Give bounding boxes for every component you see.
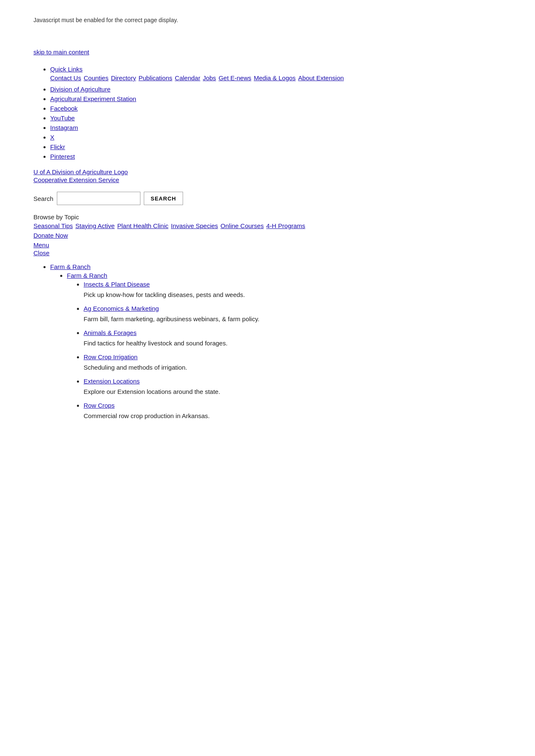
animals-forages-link[interactable]: Animals & Forages <box>84 329 137 336</box>
farm-ranch-sub-link[interactable]: Farm & Ranch <box>67 272 107 279</box>
online-courses-link[interactable]: Online Courses <box>221 222 264 229</box>
facebook-link[interactable]: Facebook <box>50 105 78 112</box>
media-logos-link[interactable]: Media & Logos <box>254 74 296 81</box>
main-nav-list: Farm & Ranch Farm & Ranch Insects & Plan… <box>33 263 502 419</box>
ag-economics-link[interactable]: Ag Economics & Marketing <box>84 305 159 312</box>
social-links-list: Division of Agriculture Agricultural Exp… <box>33 86 502 160</box>
contact-us-link[interactable]: Contact Us <box>50 74 81 81</box>
facebook-item: Facebook <box>50 105 502 112</box>
browse-topics: Seasonal Tips Staying Active Plant Healt… <box>33 222 502 229</box>
pinterest-item: Pinterest <box>50 153 502 160</box>
farm-ranch-sub2-list: Insects & Plant Disease Pick up know-how… <box>67 281 502 419</box>
search-input[interactable] <box>57 192 140 205</box>
insects-plant-disease-desc: Pick up know-how for tackling diseases, … <box>84 291 502 298</box>
row-crop-irrigation-desc: Scheduling and methods of irrigation. <box>84 364 502 371</box>
ag-economics-item: Ag Economics & Marketing Farm bill, farm… <box>84 305 502 322</box>
x-link[interactable]: X <box>50 134 54 141</box>
directory-link[interactable]: Directory <box>111 74 136 81</box>
quick-links-list: Quick Links Contact Us Counties Director… <box>33 66 502 81</box>
row-crops-desc: Commercial row crop production in Arkans… <box>84 412 502 419</box>
browse-section: Browse by Topic Seasonal Tips Staying Ac… <box>33 213 502 239</box>
youtube-link[interactable]: YouTube <box>50 114 75 122</box>
invasive-species-link[interactable]: Invasive Species <box>171 222 218 229</box>
insects-plant-disease-item: Insects & Plant Disease Pick up know-how… <box>84 281 502 298</box>
extension-locations-desc: Explore our Extension locations around t… <box>84 388 502 395</box>
row-crops-link[interactable]: Row Crops <box>84 402 115 409</box>
row-crop-irrigation-item: Row Crop Irrigation Scheduling and metho… <box>84 353 502 371</box>
jobs-link[interactable]: Jobs <box>203 74 216 81</box>
search-section: Search SEARCH <box>33 192 502 205</box>
counties-link[interactable]: Counties <box>84 74 108 81</box>
experiment-station-item: Agricultural Experiment Station <box>50 95 502 102</box>
x-item: X <box>50 134 502 141</box>
extension-locations-link[interactable]: Extension Locations <box>84 378 140 385</box>
farm-ranch-top-item: Farm & Ranch Farm & Ranch Insects & Plan… <box>50 263 502 419</box>
farm-ranch-sub-list: Farm & Ranch Insects & Plant Disease Pic… <box>50 272 502 419</box>
browse-label: Browse by Topic <box>33 213 502 221</box>
menu-link[interactable]: Menu <box>33 241 502 249</box>
plant-health-clinic-link[interactable]: Plant Health Clinic <box>117 222 168 229</box>
instagram-item: Instagram <box>50 124 502 131</box>
insects-plant-disease-link[interactable]: Insects & Plant Disease <box>84 281 150 288</box>
quick-links-item: Quick Links Contact Us Counties Director… <box>50 66 502 81</box>
row-crops-item: Row Crops Commercial row crop production… <box>84 402 502 419</box>
farm-ranch-sub-item: Farm & Ranch Insects & Plant Disease Pic… <box>67 272 502 419</box>
logo-line1-link[interactable]: U of A Division of Agriculture Logo <box>33 168 502 175</box>
seasonal-tips-link[interactable]: Seasonal Tips <box>33 222 73 229</box>
quick-links-section: Quick Links Contact Us Counties Director… <box>33 66 502 160</box>
extension-locations-item: Extension Locations Explore our Extensio… <box>84 378 502 395</box>
pinterest-link[interactable]: Pinterest <box>50 153 75 160</box>
menu-close-section: Menu Close <box>33 241 502 256</box>
calendar-link[interactable]: Calendar <box>175 74 200 81</box>
farm-ranch-top-link[interactable]: Farm & Ranch <box>50 263 91 270</box>
4h-programs-link[interactable]: 4-H Programs <box>266 222 305 229</box>
search-button[interactable]: SEARCH <box>144 192 183 205</box>
row-crop-irrigation-link[interactable]: Row Crop Irrigation <box>84 353 138 360</box>
publications-link[interactable]: Publications <box>138 74 172 81</box>
about-extension-link[interactable]: About Extension <box>298 74 344 81</box>
skip-to-main-link[interactable]: skip to main content <box>33 48 502 56</box>
division-item: Division of Agriculture <box>50 86 502 93</box>
donate-link[interactable]: Donate Now <box>33 232 502 239</box>
close-link[interactable]: Close <box>33 249 502 256</box>
ag-economics-desc: Farm bill, farm marketing, agribusiness … <box>84 315 502 322</box>
logo-line2-link[interactable]: Cooperative Extension Service <box>33 176 502 183</box>
animals-forages-item: Animals & Forages Find tactics for healt… <box>84 329 502 347</box>
logo-section: U of A Division of Agriculture Logo Coop… <box>33 168 502 183</box>
flickr-link[interactable]: Flickr <box>50 143 65 150</box>
search-label: Search <box>33 195 54 202</box>
youtube-item: YouTube <box>50 114 502 122</box>
staying-active-link[interactable]: Staying Active <box>75 222 115 229</box>
js-notice: Javascript must be enabled for the corre… <box>33 17 502 23</box>
division-link[interactable]: Division of Agriculture <box>50 86 110 93</box>
instagram-link[interactable]: Instagram <box>50 124 78 131</box>
flickr-item: Flickr <box>50 143 502 150</box>
experiment-station-link[interactable]: Agricultural Experiment Station <box>50 95 136 102</box>
quick-links-row: Contact Us Counties Directory Publicatio… <box>50 74 502 81</box>
quick-links-link[interactable]: Quick Links <box>50 66 83 73</box>
get-enews-link[interactable]: Get E-news <box>219 74 251 81</box>
animals-forages-desc: Find tactics for healthy livestock and s… <box>84 340 502 347</box>
